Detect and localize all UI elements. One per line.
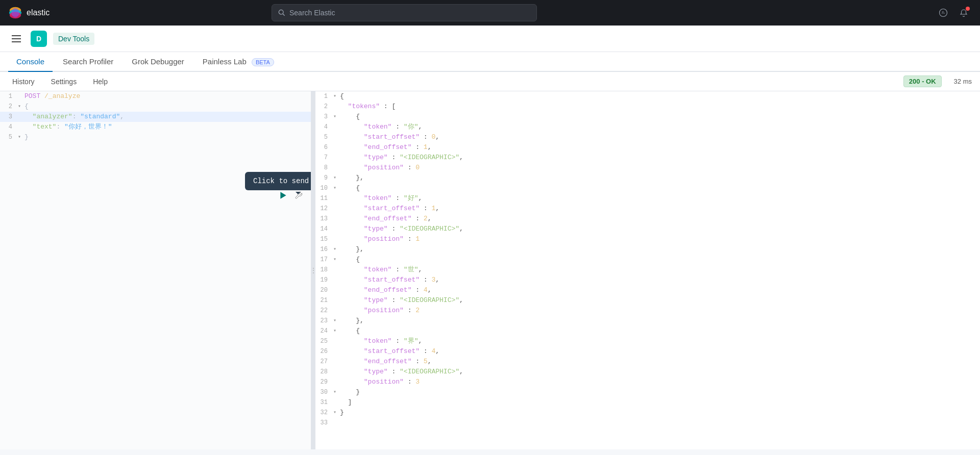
fold-2[interactable]: ▾ xyxy=(16,102,22,112)
hamburger-icon xyxy=(12,35,21,42)
output-line-4: 4 "token" : "你", xyxy=(315,122,980,132)
status-badge: 200 - OK xyxy=(903,75,942,87)
output-line-22: 22 "position" : 2 xyxy=(315,306,980,316)
output-line-28: 28 "type" : "<IDEOGRAPHIC>", xyxy=(315,367,980,377)
search-icon xyxy=(278,9,285,16)
output-line-12: 12 "start_offset" : 1, xyxy=(315,204,980,214)
tab-painless-lab[interactable]: Painless Lab BETA xyxy=(194,52,282,72)
output-line-19: 19 "start_offset" : 3, xyxy=(315,275,980,285)
output-line-9: 9 ▾ }, xyxy=(315,173,980,183)
help-button[interactable]: Help xyxy=(89,75,112,88)
tab-search-profiler[interactable]: Search Profiler xyxy=(55,52,121,72)
svg-marker-13 xyxy=(280,192,286,199)
line-number-1: 1 xyxy=(0,91,16,102)
fold-4 xyxy=(16,122,22,132)
output-line-15: 15 "position" : 1 xyxy=(315,234,980,244)
code-2: { xyxy=(22,102,29,112)
history-button[interactable]: History xyxy=(8,75,39,88)
editor-line-1: 1 POST /_analyze xyxy=(0,91,311,102)
hamburger-button[interactable] xyxy=(8,31,24,47)
line-number-4: 4 xyxy=(0,122,16,132)
fold-1 xyxy=(16,91,22,102)
output-line-20: 20 "end_offset" : 4, xyxy=(315,285,980,295)
wrench-button[interactable] xyxy=(292,189,305,201)
notification-dot xyxy=(966,7,970,11)
output-line-10: 10 ▾ { xyxy=(315,183,980,193)
code-3: "analyzer": "standard", xyxy=(22,112,124,122)
output-line-1: 1 ▾ { xyxy=(315,91,980,102)
beta-badge: BETA xyxy=(252,58,274,66)
output-line-30: 30 ▾ } xyxy=(315,387,980,397)
output-pane[interactable]: 1 ▾ { 2 "tokens" : [ 3 ▾ { 4 "token" : "… xyxy=(315,91,980,449)
settings-button[interactable]: Settings xyxy=(47,75,81,88)
svg-point-8 xyxy=(943,13,944,14)
output-line-18: 18 "token" : "世", xyxy=(315,265,980,275)
toolbar: History Settings Help 200 - OK 32 ms xyxy=(0,72,980,91)
output-line-17: 17 ▾ { xyxy=(315,255,980,265)
svg-point-7 xyxy=(942,13,943,14)
editor-line-5: 5 ▾ } xyxy=(0,132,311,142)
svg-line-5 xyxy=(283,14,284,15)
output-line-27: 27 "end_offset" : 5, xyxy=(315,357,980,367)
output-line-24: 24 ▾ { xyxy=(315,326,980,336)
editor-line-2: 2 ▾ { xyxy=(0,102,311,112)
resizer[interactable]: ⋮ xyxy=(311,91,315,449)
main-content: 1 POST /_analyze 2 ▾ { 3 "analyzer": "st… xyxy=(0,91,980,449)
fold-5[interactable]: ▾ xyxy=(16,132,22,142)
fold-3 xyxy=(16,112,22,122)
output-line-25: 25 "token" : "界", xyxy=(315,336,980,346)
elastic-logo: elastic xyxy=(8,6,69,20)
search-bar-container: Search Elastic xyxy=(272,4,537,21)
output-line-3: 3 ▾ { xyxy=(315,112,980,122)
elastic-logo-icon xyxy=(8,6,22,20)
run-button[interactable] xyxy=(277,189,289,201)
search-bar[interactable]: Search Elastic xyxy=(272,4,537,21)
output-line-21: 21 "type" : "<IDEOGRAPHIC>", xyxy=(315,295,980,306)
tab-grok-debugger[interactable]: Grok Debugger xyxy=(124,52,192,72)
ms-badge: 32 ms xyxy=(954,78,972,85)
svg-point-9 xyxy=(944,13,945,14)
editor-pane: 1 POST /_analyze 2 ▾ { 3 "analyzer": "st… xyxy=(0,91,311,449)
code-1: POST /_analyze xyxy=(22,91,80,102)
wrench-icon xyxy=(295,191,303,199)
avatar-button[interactable]: D xyxy=(31,31,47,47)
line-number-3: 3 xyxy=(0,112,16,122)
editor-line-3: 3 "analyzer": "standard", xyxy=(0,112,311,122)
top-nav: elastic Search Elastic xyxy=(0,0,980,26)
search-placeholder: Search Elastic xyxy=(289,9,335,17)
output-line-32: 32 ▾ } xyxy=(315,408,980,418)
run-btn-area xyxy=(277,189,305,201)
line-number-5: 5 xyxy=(0,132,16,142)
output-line-31: 31 ] xyxy=(315,397,980,408)
line-number-2: 2 xyxy=(0,102,16,112)
output-line-29: 29 "position" : 3 xyxy=(315,377,980,387)
assistant-button[interactable] xyxy=(935,5,951,21)
output-line-26: 26 "start_offset" : 4, xyxy=(315,346,980,357)
code-5: } xyxy=(22,132,29,142)
second-bar: D Dev Tools xyxy=(0,26,980,52)
output-line-5: 5 "start_offset" : 0, xyxy=(315,132,980,142)
elastic-logo-text: elastic xyxy=(27,8,50,17)
assistant-icon xyxy=(939,8,948,17)
play-icon xyxy=(279,191,288,200)
nav-icons xyxy=(935,5,972,21)
notifications-button[interactable] xyxy=(955,5,972,21)
tab-bar: Console Search Profiler Grok Debugger Pa… xyxy=(0,52,980,72)
output-line-2: 2 "tokens" : [ xyxy=(315,102,980,112)
editor-line-4: 4 "text": "你好，世界！" xyxy=(0,122,311,132)
output-line-7: 7 "type" : "<IDEOGRAPHIC>", xyxy=(315,153,980,163)
output-line-8: 8 "position" : 0 xyxy=(315,163,980,173)
editor-content[interactable]: 1 POST /_analyze 2 ▾ { 3 "analyzer": "st… xyxy=(0,91,311,449)
output-line-13: 13 "end_offset" : 2, xyxy=(315,214,980,224)
output-line-23: 23 ▾ }, xyxy=(315,316,980,326)
code-4: "text": "你好，世界！" xyxy=(22,122,112,132)
output-line-16: 16 ▾ }, xyxy=(315,244,980,255)
output-line-6: 6 "end_offset" : 1, xyxy=(315,142,980,153)
output-line-14: 14 "type" : "<IDEOGRAPHIC>", xyxy=(315,224,980,234)
tab-console[interactable]: Console xyxy=(8,52,53,72)
output-line-33: 33 xyxy=(315,418,980,428)
output-line-11: 11 "token" : "好", xyxy=(315,193,980,204)
dev-tools-label[interactable]: Dev Tools xyxy=(53,33,94,45)
svg-point-3 xyxy=(12,8,19,18)
